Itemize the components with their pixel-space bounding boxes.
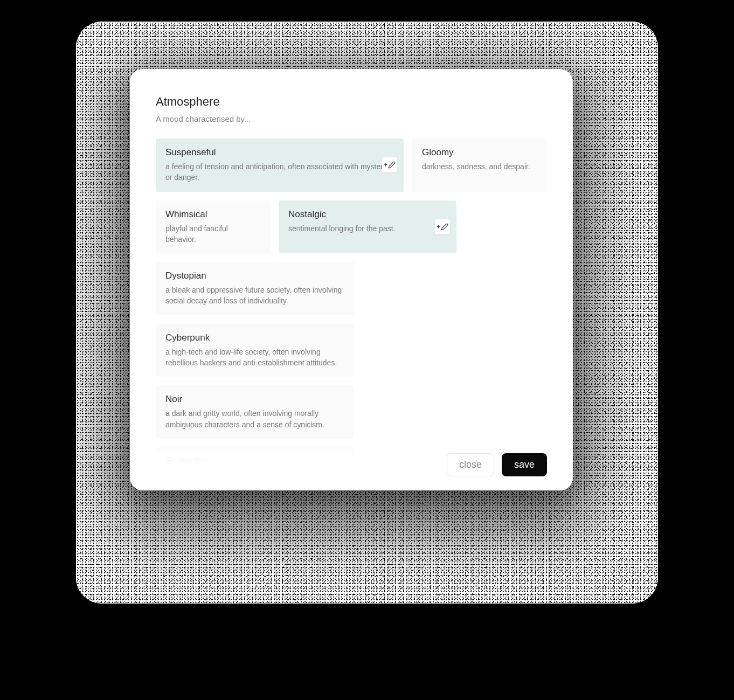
card-title: Nostalgic <box>288 209 447 220</box>
atmosphere-card[interactable]: Whimsicalplayful and fanciful behavior. <box>156 200 270 254</box>
dialog-title: Atmosphere <box>156 95 547 109</box>
atmosphere-card[interactable]: Noira dark and gritty world, often invol… <box>156 385 354 439</box>
card-title: Cyberpunk <box>165 332 344 343</box>
card-title: Noir <box>165 394 344 405</box>
atmosphere-card[interactable]: Gloomydarkness, sadness, and despair. <box>412 138 547 192</box>
dialog-subtitle: A mood characterised by... <box>156 114 547 123</box>
card-description: a bleak and oppressive future society, o… <box>165 285 344 307</box>
atmosphere-dialog: Atmosphere A mood characterised by... Su… <box>130 69 573 490</box>
atmosphere-card[interactable]: Suspensefula feeling of tension and anti… <box>156 138 404 192</box>
dialog-footer: close save <box>130 443 573 490</box>
atmosphere-card[interactable]: Dystopiana bleak and oppressive future s… <box>156 262 354 315</box>
card-description: a feeling of tension and anticipation, o… <box>165 161 394 183</box>
card-title: Dystopian <box>165 271 344 281</box>
atmosphere-card[interactable]: Cyberpunka high-tech and low-life societ… <box>156 324 354 377</box>
close-button[interactable]: close <box>447 453 494 476</box>
card-description: a dark and gritty world, often involving… <box>165 408 344 430</box>
card-title: Gloomy <box>422 147 537 158</box>
cards-container: Suspensefula feeling of tension and anti… <box>156 138 547 490</box>
card-description: a high-tech and low-life society, often … <box>165 346 344 369</box>
add-edit-icon[interactable]: + <box>435 219 450 234</box>
card-description: playful and fanciful behavior. <box>165 223 260 245</box>
add-edit-icon[interactable]: + <box>382 157 397 172</box>
card-description: sentimental longing for the past. <box>288 223 447 234</box>
cards-scroll-area[interactable]: Suspensefula feeling of tension and anti… <box>156 138 547 490</box>
save-button[interactable]: save <box>502 453 547 476</box>
atmosphere-card[interactable]: Nostalgicsentimental longing for the pas… <box>279 200 456 254</box>
card-title: Suspenseful <box>165 147 394 158</box>
dialog-backdrop: Atmosphere A mood characterised by... Su… <box>76 22 658 604</box>
card-title: Whimsical <box>165 209 260 220</box>
card-description: darkness, sadness, and despair. <box>422 161 537 172</box>
